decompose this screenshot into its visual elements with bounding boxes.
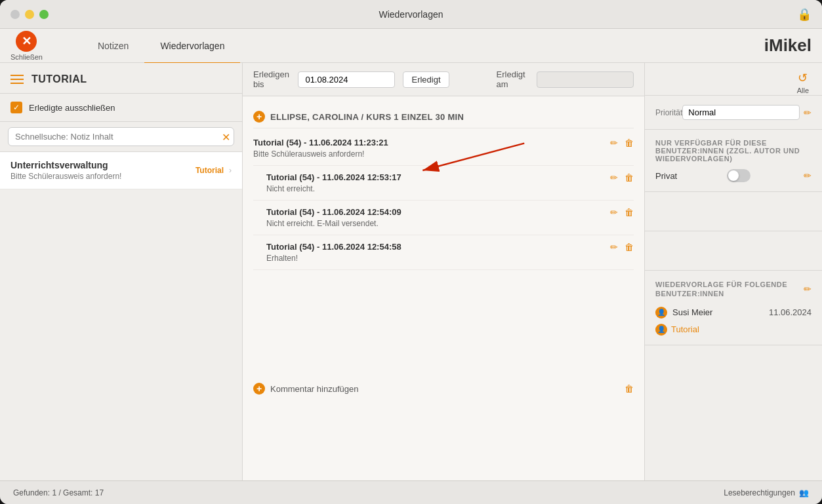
list-item-content: Unterrichtsverwaltung Bitte Schülerauswe…	[10, 160, 190, 181]
user-icon-1: 👤	[655, 307, 667, 319]
add-comment-label: Kommentar hinzufügen	[270, 384, 358, 394]
edit-icon-2[interactable]: ✏	[610, 172, 618, 183]
center-panel: Erledigen bis Erledigt Erledigt am + ELL…	[243, 63, 645, 480]
left-panel: TUTORIAL ✓ Erledigte ausschließen ✕ Unte…	[0, 63, 243, 480]
filter-checkbox[interactable]: ✓	[10, 102, 22, 113]
note-info-1: Tutorial (54) - 11.06.2024 11:23:21 Bitt…	[253, 138, 602, 159]
note-title-1: Tutorial (54) - 11.06.2024 11:23:21	[253, 138, 602, 147]
erledigt-am-input[interactable]	[537, 71, 634, 88]
erledigen-bis-input[interactable]	[298, 71, 395, 88]
benutzer-section: NUR VERFÜGBAR FÜR DIESE BENUTZER:INNEN (…	[645, 130, 822, 192]
note-actions-2: ✏ 🗑	[610, 172, 634, 183]
center-toolbar-wrapper: Erledigen bis Erledigt Erledigt am	[243, 63, 644, 96]
note-title-4: Tutorial (54) - 11.06.2024 12:54:58	[266, 242, 602, 252]
note-text-1: Bitte Schülerausweis anfordern!	[253, 149, 602, 159]
close-control[interactable]	[10, 10, 20, 19]
hamburger-icon[interactable]	[10, 75, 24, 84]
erledigen-bis-label: Erledigen bis	[253, 69, 290, 89]
window-controls	[10, 10, 49, 19]
note-item-1: Tutorial (54) - 11.06.2024 11:23:21 Bitt…	[253, 131, 634, 166]
note-info-4: Tutorial (54) - 11.06.2024 12:54:58 Erha…	[266, 242, 602, 263]
hamburger-line-3	[10, 83, 24, 84]
note-title-3: Tutorial (54) - 11.06.2024 12:54:09	[266, 207, 602, 217]
center-content: + ELLIPSE, CAROLINA / KURS 1 EINZEL 30 M…	[243, 96, 644, 480]
note-info-2: Tutorial (54) - 11.06.2024 12:53:17 Nich…	[266, 172, 602, 193]
search-input[interactable]	[8, 127, 234, 146]
add-comment[interactable]: + Kommentar hinzufügen 🗑	[253, 375, 634, 402]
search-clear-icon[interactable]: ✕	[222, 130, 230, 143]
brand-name: Mikel	[769, 35, 812, 55]
prioritaet-row: Priorität ✏	[655, 105, 812, 120]
main-window: Wiedervorlagen 🔒 ✕ Schließen Notizen Wie…	[0, 0, 822, 504]
note-actions-3: ✏ 🗑	[610, 207, 634, 218]
nav-tabs: Notizen Wiedervorlagen	[82, 29, 241, 63]
minimize-control[interactable]	[25, 10, 34, 19]
note-row-2: Tutorial (54) - 11.06.2024 12:53:17 Nich…	[266, 172, 634, 193]
toggle-thumb	[728, 170, 739, 181]
note-info-3: Tutorial (54) - 11.06.2024 12:54:09 Nich…	[266, 207, 602, 228]
edit-icon-4[interactable]: ✏	[610, 242, 618, 252]
note-row-4: Tutorial (54) - 11.06.2024 12:54:58 Erha…	[266, 242, 634, 263]
erledigt-button[interactable]: Erledigt	[403, 71, 449, 88]
prioritaet-label: Priorität	[655, 108, 682, 117]
prioritaet-input[interactable]	[682, 105, 800, 120]
list-item-badge: Tutorial	[195, 166, 224, 175]
topnav: ✕ Schließen Notizen Wiedervorlagen iMike…	[0, 29, 822, 63]
tag-user-icon: 👤	[655, 324, 667, 336]
prioritaet-edit-icon[interactable]: ✏	[804, 107, 812, 118]
privat-toggle[interactable]	[727, 169, 750, 182]
privat-row: Privat ✏	[655, 169, 812, 182]
center-toolbar: Erledigen bis Erledigt Erledigt am	[243, 63, 644, 96]
delete-icon-2[interactable]: 🗑	[625, 172, 634, 183]
tag-row: 👤 Tutorial	[655, 324, 812, 336]
group-plus-icon[interactable]: +	[253, 111, 265, 123]
prioritaet-section: Priorität ✏	[645, 96, 822, 130]
close-label: Schließen	[10, 53, 43, 61]
note-item-4: Tutorial (54) - 11.06.2024 12:54:58 Erha…	[253, 235, 634, 270]
right-panel: ↺ Alle Priorität ✏ NUR VERFÜGBAR FÜR DIE…	[645, 63, 822, 480]
note-row-3: Tutorial (54) - 11.06.2024 12:54:09 Nich…	[266, 207, 634, 228]
close-x-icon: ✕	[16, 31, 37, 52]
list-item[interactable]: Unterrichtsverwaltung Bitte Schülerauswe…	[0, 152, 242, 189]
delete-icon-3[interactable]: 🗑	[625, 207, 634, 218]
titlebar: Wiedervorlagen 🔒	[0, 0, 822, 29]
note-text-2: Nicht erreicht.	[266, 184, 602, 193]
window-title: Wiedervorlagen	[379, 9, 443, 20]
filter-label: Erledigte ausschließen	[29, 103, 115, 113]
edit-icon-3[interactable]: ✏	[610, 207, 618, 218]
left-header: TUTORIAL	[0, 63, 242, 94]
tab-notizen[interactable]: Notizen	[82, 29, 144, 64]
user-left-1: 👤 Susi Meier	[655, 307, 712, 319]
note-item-2: Tutorial (54) - 11.06.2024 12:53:17 Nich…	[253, 166, 634, 201]
lock-icon: 🔒	[797, 7, 812, 22]
refresh-icon: ↺	[798, 71, 808, 85]
leseberechtigungen-icon: 👥	[799, 488, 809, 497]
tab-wiedervorlagen[interactable]: Wiedervorlagen	[144, 29, 240, 64]
maximize-control[interactable]	[39, 10, 49, 19]
alle-button[interactable]: ↺ Alle	[797, 71, 809, 94]
add-comment-plus-icon: +	[253, 383, 265, 395]
wiedervorlage-title: WIEDERVORLAGE FÜR FOLGENDE BENUTZER:INNE…	[655, 280, 804, 299]
privat-edit-icon[interactable]: ✏	[804, 170, 812, 181]
delete-icon-1[interactable]: 🗑	[625, 138, 634, 148]
group-header: + ELLIPSE, CAROLINA / KURS 1 EINZEL 30 M…	[253, 104, 634, 128]
note-actions-4: ✏ 🗑	[610, 242, 634, 252]
list-item-title: Unterrichtsverwaltung	[10, 160, 190, 170]
list-items: Unterrichtsverwaltung Bitte Schülerauswe…	[0, 152, 242, 480]
user-date-1: 11.06.2024	[769, 307, 812, 317]
filter-row: ✓ Erledigte ausschließen	[0, 94, 242, 122]
alle-label: Alle	[797, 87, 809, 94]
list-item-subtitle: Bitte Schülerausweis anfordern!	[10, 172, 190, 181]
privat-label: Privat	[655, 171, 677, 181]
close-button[interactable]: ✕ Schließen	[10, 31, 43, 61]
note-text-3: Nicht erreicht. E-Mail versendet.	[266, 219, 602, 228]
hamburger-line-2	[10, 79, 24, 80]
edit-icon-1[interactable]: ✏	[610, 138, 618, 148]
leseberechtigungen-label: Leseberechtigungen	[724, 488, 795, 497]
spacer-section-1	[645, 192, 822, 231]
leseberechtigungen-button[interactable]: Leseberechtigungen 👥	[724, 488, 809, 497]
wiedervorlage-edit-icon[interactable]: ✏	[804, 284, 812, 294]
add-comment-trash-icon[interactable]: 🗑	[625, 383, 634, 394]
delete-icon-4[interactable]: 🗑	[625, 242, 634, 252]
wiedervorlage-header: WIEDERVORLAGE FÜR FOLGENDE BENUTZER:INNE…	[655, 280, 812, 299]
